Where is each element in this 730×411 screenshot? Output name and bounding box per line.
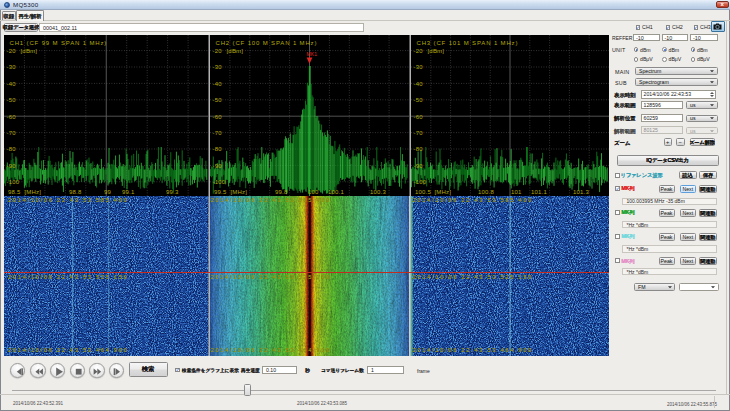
svg-text:101.1: 101.1 [531,189,547,195]
svg-text:98.5: 98.5 [8,189,21,195]
svg-text:-50: -50 [7,97,17,103]
svg-text:-80: -80 [7,146,17,152]
svg-text:-70: -70 [7,130,17,136]
svg-text:[MHz]: [MHz] [25,189,42,195]
svg-text:-80: -80 [213,146,223,152]
svg-text:-90: -90 [213,163,223,169]
svg-text:CH3 (CF 101 M SPAN 1 MHz): CH3 (CF 101 M SPAN 1 MHz) [417,40,519,46]
svg-text:-20: -20 [213,48,223,54]
svg-text:-50: -50 [213,97,223,103]
svg-text:99.1: 99.1 [122,189,135,195]
svg-text:101.3: 101.3 [573,189,589,195]
svg-text:-100: -100 [414,179,427,185]
svg-text:101: 101 [511,189,522,195]
svg-text:-50: -50 [414,97,424,103]
svg-text:[dBm]: [dBm] [428,48,445,54]
svg-text:[MHz]: [MHz] [435,189,452,195]
svg-text:-70: -70 [414,130,424,136]
svg-text:[MHz]: [MHz] [231,189,248,195]
svg-text:-60: -60 [7,114,17,120]
svg-text:100.3: 100.3 [370,189,386,195]
svg-text:-90: -90 [7,163,17,169]
svg-text:-40: -40 [7,81,17,87]
svg-text:-100: -100 [213,179,226,185]
svg-text:[dBm]: [dBm] [21,48,38,54]
svg-text:-20: -20 [7,48,17,54]
svg-text:-40: -40 [213,81,223,87]
svg-text:MK1: MK1 [307,51,318,57]
svg-text:99.5: 99.5 [214,189,227,195]
svg-text:99.8: 99.8 [275,189,288,195]
svg-text:100: 100 [308,189,319,195]
svg-text:CH1 (CF 99 M SPAN 1 MHz): CH1 (CF 99 M SPAN 1 MHz) [10,40,108,46]
svg-text:100.5: 100.5 [415,189,431,195]
svg-text:-90: -90 [414,163,424,169]
svg-text:98.8: 98.8 [69,189,82,195]
svg-text:-100: -100 [7,179,20,185]
svg-text:CH2 (CF 100 M SPAN 1 MHz): CH2 (CF 100 M SPAN 1 MHz) [216,40,318,46]
svg-text:-80: -80 [414,146,424,152]
svg-text:-30: -30 [7,64,17,70]
svg-text:-70: -70 [213,130,223,136]
svg-text:[dBm]: [dBm] [227,48,244,54]
svg-text:-60: -60 [414,114,424,120]
svg-text:-20: -20 [414,48,424,54]
svg-text:99: 99 [104,189,112,195]
svg-text:99.3: 99.3 [166,189,179,195]
svg-text:-40: -40 [414,81,424,87]
svg-text:100.1: 100.1 [328,189,344,195]
svg-text:100.8: 100.8 [478,189,494,195]
svg-text:-30: -30 [213,64,223,70]
svg-text:-30: -30 [414,64,424,70]
svg-text:-60: -60 [213,114,223,120]
